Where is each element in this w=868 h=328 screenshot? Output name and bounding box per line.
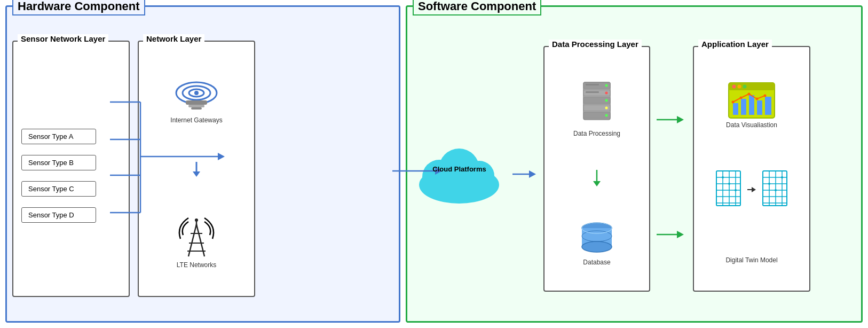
svg-point-94 bbox=[781, 176, 783, 178]
svg-point-64 bbox=[732, 100, 735, 103]
twin-icon-1 bbox=[714, 166, 743, 208]
twin-arrow-icon bbox=[746, 182, 757, 224]
svg-point-67 bbox=[756, 97, 759, 100]
gateway-label: Internet Gateways bbox=[170, 116, 222, 124]
chart-label: Data Visualiastion bbox=[726, 121, 777, 129]
svg-point-40 bbox=[605, 114, 607, 116]
dp-to-app-arrows bbox=[656, 46, 688, 292]
db-label: Database bbox=[583, 259, 610, 266]
svg-rect-61 bbox=[749, 95, 754, 115]
svg-point-66 bbox=[748, 92, 751, 95]
svg-marker-44 bbox=[593, 181, 601, 186]
svg-point-39 bbox=[605, 106, 607, 109]
svg-marker-8 bbox=[193, 171, 200, 177]
down-arrow-icon bbox=[188, 162, 204, 178]
svg-point-78 bbox=[722, 176, 724, 178]
sensor-a: Sensor Type A bbox=[21, 129, 96, 144]
application-layer: Application Layer bbox=[693, 46, 810, 292]
svg-point-27 bbox=[424, 173, 494, 202]
svg-point-65 bbox=[740, 96, 743, 99]
app-layer-title: Application Layer bbox=[698, 40, 772, 49]
svg-rect-83 bbox=[763, 171, 787, 206]
server-container: Data Processing bbox=[573, 80, 620, 137]
software-box: Software Component Cloud Platforms bbox=[406, 5, 863, 323]
svg-rect-63 bbox=[765, 97, 771, 115]
chart-icon bbox=[728, 82, 776, 119]
dp-layer-title: Data Processing Layer bbox=[549, 40, 642, 49]
svg-point-37 bbox=[605, 91, 607, 94]
sensor-layer-title: Sensor Network Layer bbox=[18, 34, 108, 43]
server-icon bbox=[578, 80, 616, 128]
to-chart-arrow bbox=[656, 112, 688, 128]
database-container: Database bbox=[578, 222, 616, 266]
database-icon bbox=[578, 222, 616, 256]
network-layer: Network Layer bbox=[138, 41, 255, 297]
sensor-c: Sensor Type C bbox=[21, 181, 96, 197]
svg-rect-41 bbox=[586, 84, 599, 85]
twin-label: Digital Twin Model bbox=[725, 256, 777, 264]
sensor-network-layer: Sensor Network Layer Sensor Type A Senso… bbox=[12, 41, 130, 297]
svg-marker-82 bbox=[752, 187, 756, 192]
twin-icon-2 bbox=[760, 166, 790, 208]
cloud-container: Cloud Platforms bbox=[413, 129, 506, 209]
tower-icon bbox=[175, 216, 218, 259]
cloud-to-dp-arrow bbox=[511, 166, 538, 182]
cloud-label: Cloud Platforms bbox=[413, 165, 506, 173]
svg-rect-4 bbox=[188, 105, 204, 107]
svg-point-56 bbox=[732, 84, 736, 88]
svg-marker-53 bbox=[677, 231, 684, 238]
svg-rect-3 bbox=[186, 100, 207, 105]
network-layer-title: Network Layer bbox=[143, 34, 204, 43]
software-inner: Cloud Platforms Data Processing Layer bbox=[413, 12, 856, 316]
svg-point-57 bbox=[738, 84, 741, 88]
svg-rect-69 bbox=[716, 171, 740, 206]
svg-marker-51 bbox=[677, 116, 684, 123]
svg-marker-29 bbox=[529, 170, 536, 178]
chart-container: Data Visualiastion bbox=[726, 82, 777, 129]
data-processing-layer: Data Processing Layer bbox=[543, 46, 650, 292]
tower-label: LTE Networks bbox=[177, 261, 216, 269]
svg-point-6 bbox=[194, 91, 199, 95]
gateway-container: Internet Gateways bbox=[170, 77, 222, 124]
main-container: Hardware Component Sensor Network Layer … bbox=[0, 0, 868, 328]
svg-rect-59 bbox=[733, 103, 738, 115]
svg-rect-60 bbox=[741, 99, 746, 115]
svg-rect-5 bbox=[191, 107, 202, 110]
svg-point-15 bbox=[195, 218, 198, 222]
svg-point-80 bbox=[735, 189, 737, 191]
svg-point-47 bbox=[582, 241, 612, 252]
twin-container bbox=[714, 166, 790, 224]
server-label: Data Processing bbox=[573, 130, 620, 137]
svg-point-58 bbox=[743, 84, 747, 88]
server-to-db-arrow bbox=[589, 170, 605, 189]
svg-point-38 bbox=[605, 99, 607, 101]
svg-rect-42 bbox=[586, 91, 599, 93]
svg-point-93 bbox=[775, 189, 777, 191]
svg-rect-62 bbox=[757, 100, 762, 115]
svg-point-36 bbox=[605, 84, 607, 87]
sensor-list: Sensor Type A Sensor Type B Sensor Type … bbox=[21, 123, 121, 223]
hardware-inner: Sensor Network Layer Sensor Type A Senso… bbox=[12, 12, 393, 316]
hardware-box: Hardware Component Sensor Network Layer … bbox=[5, 5, 400, 323]
svg-point-68 bbox=[764, 94, 767, 97]
svg-point-79 bbox=[728, 183, 730, 185]
to-twin-arrow bbox=[656, 227, 688, 243]
gateway-icon bbox=[172, 77, 220, 114]
sensor-b: Sensor Type B bbox=[21, 155, 96, 170]
svg-point-92 bbox=[768, 183, 770, 185]
tower-container: LTE Networks bbox=[175, 216, 218, 269]
sensor-d: Sensor Type D bbox=[21, 207, 96, 223]
